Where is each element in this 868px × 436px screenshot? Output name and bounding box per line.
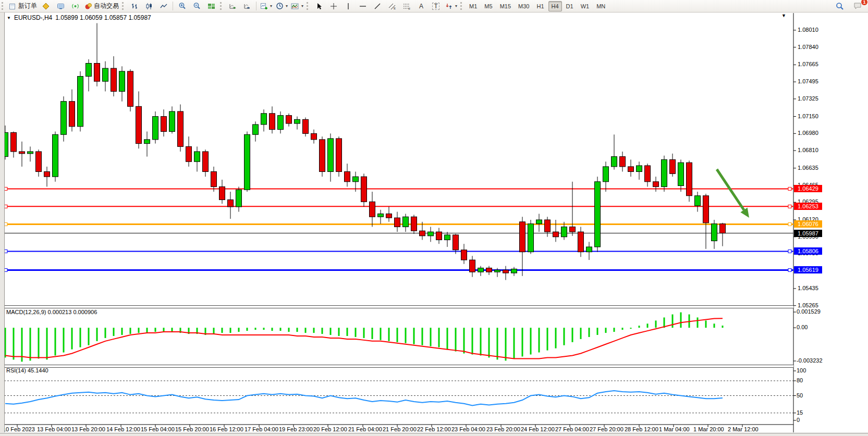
candle-bearish: [228, 200, 234, 206]
timeframe-button-M5[interactable]: M5: [481, 1, 495, 11]
candle-bullish: [478, 268, 484, 272]
chart-header: ▼ EURUSD-,H4 1.05899 1.06059 1.05857 1.0…: [7, 14, 151, 21]
tile-windows-button[interactable]: [204, 1, 218, 12]
toolbar-right-cluster: 1: [833, 0, 865, 12]
level-price-tag: 1.06076: [794, 220, 822, 228]
candle-bullish: [86, 63, 92, 76]
history-center-button[interactable]: [39, 1, 53, 12]
candle-bearish: [345, 172, 350, 182]
level-price-tag: 1.05619: [794, 266, 822, 273]
time-tick-label: 27 Feb 20:00: [590, 426, 624, 432]
candle-bullish: [536, 220, 542, 224]
notification-badge: 1: [861, 0, 867, 5]
price-tick-label: 1.07325: [798, 95, 818, 102]
macd-signal-line: [5, 318, 723, 358]
new-order-label: 新订单: [18, 2, 37, 10]
fibonacci-tool-button[interactable]: F: [399, 1, 414, 12]
candle-bullish: [144, 140, 150, 144]
bar-chart-mode-button[interactable]: [127, 1, 142, 12]
timeframe-button-M30[interactable]: M30: [515, 1, 532, 11]
toolbar-grip: [220, 2, 223, 10]
text-label-tool-button[interactable]: T: [429, 1, 443, 12]
vertical-line-icon: [344, 2, 352, 10]
add-indicator-icon: [260, 2, 268, 10]
timeframe-button-MN[interactable]: MN: [593, 1, 608, 11]
auto-trading-label: 自动交易: [94, 2, 119, 10]
candle-bullish: [244, 134, 250, 190]
candle-bullish: [353, 177, 359, 182]
timeframe-button-H1[interactable]: H1: [533, 1, 547, 11]
price-tick-label: 1.06635: [798, 165, 818, 171]
price-tick-label: 1.07665: [798, 61, 818, 67]
indicators-button[interactable]: ▾: [258, 1, 274, 12]
line-handle[interactable]: [788, 205, 791, 208]
candlestick-icon: [145, 2, 153, 10]
level-price-tag: 1.05987: [794, 230, 822, 237]
toolbar-grip: [2, 2, 5, 10]
cursor-tool-button[interactable]: [312, 1, 326, 12]
zoom-out-button[interactable]: [189, 1, 204, 12]
gold-diamond-icon: [42, 2, 50, 10]
down-arrow-annotation[interactable]: [717, 169, 744, 210]
chart-canvas[interactable]: [0, 0, 868, 436]
search-button[interactable]: [833, 1, 847, 12]
templates-button[interactable]: ▾: [289, 1, 305, 12]
ohlc-bars-icon: [130, 2, 139, 10]
chart-shift-button[interactable]: [240, 1, 254, 12]
candle-bullish: [253, 124, 259, 134]
timeframe-button-M15[interactable]: M15: [497, 1, 514, 11]
candle-bullish: [678, 163, 684, 185]
candle-bearish: [336, 139, 342, 172]
candle-bearish: [69, 102, 75, 127]
candle-bullish: [403, 217, 409, 227]
line-handle[interactable]: [788, 268, 791, 271]
vertical-line-tool-button[interactable]: [341, 1, 356, 12]
candle-bullish: [236, 190, 242, 207]
candle-bullish: [511, 269, 517, 273]
candle-bearish: [211, 172, 217, 187]
timeframe-button-H4[interactable]: H4: [548, 1, 562, 11]
periods-button[interactable]: ▾: [274, 1, 289, 12]
candlestick-mode-button[interactable]: [142, 1, 156, 12]
panel-separator-rsi[interactable]: [4, 365, 793, 368]
toolbar-grip: [460, 2, 463, 10]
zoom-in-icon: [178, 2, 186, 10]
candle-bearish: [486, 268, 492, 272]
line-handle[interactable]: [788, 187, 791, 190]
rsi-indicator-label: RSI(14) 45.1440: [6, 367, 48, 373]
line-handle[interactable]: [788, 222, 791, 226]
time-tick-label: 15 Feb 20:00: [175, 426, 209, 432]
candle-bullish: [261, 114, 267, 124]
fibonacci-icon: F: [402, 2, 411, 10]
equidistant-channel-tool-button[interactable]: E: [385, 1, 399, 12]
remote-terminal-button[interactable]: [53, 1, 68, 12]
time-tick-label: 23 Feb 04:00: [451, 426, 485, 432]
candle-bearish: [203, 152, 209, 172]
auto-trading-button[interactable]: 自动交易: [82, 1, 120, 12]
new-order-button[interactable]: 新订单: [7, 1, 39, 12]
crosshair-tool-button[interactable]: [326, 1, 341, 12]
candle-bullish: [637, 166, 642, 172]
line-handle[interactable]: [788, 250, 791, 253]
candle-bearish: [645, 166, 651, 182]
horizontal-line-tool-button[interactable]: [356, 1, 370, 12]
zoom-in-button[interactable]: [175, 1, 189, 12]
line-chart-mode-button[interactable]: [156, 1, 171, 12]
macd-indicator-label: MACD(12,26,9) 0.000213 0.000906: [6, 309, 97, 315]
chart-shift-marker-icon[interactable]: ▼: [781, 13, 786, 18]
time-tick-label: 13 Feb 20:00: [71, 426, 105, 432]
auto-scroll-button[interactable]: [225, 1, 240, 12]
channel-icon: E: [388, 2, 396, 10]
panel-separator-macd[interactable]: [4, 305, 793, 308]
one-click-trading-toggle-icon[interactable]: ▼: [7, 16, 11, 20]
text-tool-button[interactable]: A: [414, 1, 429, 12]
notifications-button[interactable]: 1: [850, 1, 865, 12]
toolbar-separator: [173, 2, 173, 10]
signals-button[interactable]: [68, 1, 82, 12]
timeframe-button-M1[interactable]: M1: [466, 1, 480, 11]
trendline-tool-button[interactable]: [370, 1, 385, 12]
timeframe-button-D1[interactable]: D1: [563, 1, 577, 11]
arrows-tool-button[interactable]: ▾: [443, 1, 459, 12]
timeframe-button-W1[interactable]: W1: [578, 1, 593, 11]
candle-bearish: [161, 117, 167, 132]
